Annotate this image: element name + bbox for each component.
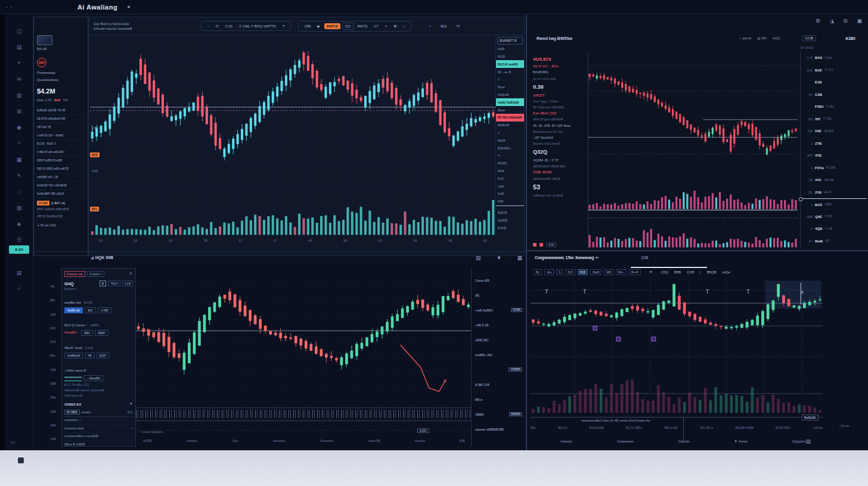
horizontal-divider-left[interactable]	[33, 251, 526, 252]
detail-header-tag[interactable]: C/CB	[802, 35, 816, 41]
order-button-secondary[interactable]: - ~BwwBA	[83, 375, 103, 381]
order-button-primary[interactable]: 5w8B ww	[64, 307, 83, 313]
toolbar-button[interactable]: C 51	[223, 23, 235, 29]
rail-icon[interactable]: ◫	[5, 23, 33, 39]
quote-row[interactable]: C-R B4G 73 B4	[803, 52, 867, 64]
rail-icon[interactable]: ▤	[5, 39, 33, 55]
toolbar-button[interactable]: ⟳	[213, 23, 221, 29]
watchlist-highlighted-row[interactable]: 17.B4 (1.B47 +4)	[37, 201, 85, 205]
list-filter-box[interactable]: B7 BBB	[64, 410, 80, 415]
flag-icon[interactable]: ⚐	[129, 272, 133, 276]
order-list-item[interactable]: wwwwwwwBwr s wwwB2B	[64, 433, 133, 441]
panel-header-icon[interactable]: ▣	[857, 18, 862, 24]
rail-icon[interactable]: ⊞	[5, 103, 33, 119]
compare-toolbar-button[interactable]: ≣w	[544, 269, 554, 275]
rail-icon[interactable]: ⌖	[5, 55, 33, 71]
section-menu-icon[interactable]: ⸪ ▼	[126, 402, 133, 406]
quote-row[interactable]: E1B	[803, 76, 867, 89]
lot-chip[interactable]: 4 (2wt) ↩	[87, 271, 104, 277]
compare-toolbar-button[interactable]: WB	[604, 269, 613, 275]
compare-toolbar-button[interactable]: 5±5	[565, 269, 575, 275]
toolbar-button[interactable]: CD	[342, 23, 354, 30]
watchlist-item-dim[interactable]: 4B5 B/ BwBBwB3B	[37, 213, 85, 220]
compare-candlestick-chart[interactable]: TTTT⇵	[531, 280, 823, 417]
rail-icon[interactable]: ⌗	[5, 135, 33, 151]
watchlist-item[interactable]: BBB 5wBB.B1wBB	[37, 157, 85, 165]
footer-item[interactable]: Awwws	[560, 440, 572, 443]
panel-header-icon[interactable]: ▼	[497, 255, 502, 261]
toolbar-button[interactable]: B21	[438, 23, 450, 29]
rail-icon[interactable]: ◉	[5, 119, 33, 135]
watchlist-item[interactable]: BdBwB wBr5B 7B 4B	[37, 107, 85, 115]
toolbar-button[interactable]: ≈	[383, 23, 389, 29]
compare-toolbar-text[interactable]: B5QB	[706, 270, 716, 274]
quote-row[interactable]: WJ X5! 77 4Z1	[803, 113, 867, 126]
watchlist-item[interactable]: 3B7wB 7B	[37, 123, 85, 132]
detail-candlestick-chart[interactable]	[588, 52, 798, 248]
rail-icon[interactable]: ▤	[5, 264, 33, 281]
order-list-item[interactable]: Gwwwws wlww ↩	[64, 425, 133, 434]
header-mid-item[interactable]: AOQ	[773, 36, 780, 40]
quote-row[interactable]: 3D? 47B	[803, 149, 867, 162]
watchlist-item[interactable]: 5B5 B 5BB.5wB9 wB7B	[37, 165, 85, 173]
order-button-secondary[interactable]: B8J	[85, 307, 96, 313]
title-caret-icon[interactable]: ◄	[126, 4, 131, 10]
footer-item[interactable]: 1wwwwws	[617, 440, 634, 443]
panel-header-icon[interactable]: ▤	[476, 255, 481, 261]
toolbar-button[interactable]: BWT.B	[324, 23, 340, 29]
quote-row[interactable]: 1 B1D 72BB	[803, 198, 867, 211]
compare-toolbar-button[interactable]: S	[556, 269, 563, 275]
order-button-secondary[interactable]: BBV	[81, 330, 93, 336]
rail-icon[interactable]: ◈	[5, 216, 33, 232]
quote-row[interactable]: PL C2B	[803, 89, 867, 101]
compare-toolbar-button[interactable]: B≔B	[629, 269, 641, 275]
rail-icon[interactable]: ▦	[5, 151, 33, 167]
taskbar-icon[interactable]	[18, 457, 24, 463]
toolbar-button[interactable]: ⌐	[401, 23, 408, 29]
live-badge[interactable]: B.B3	[9, 245, 29, 254]
compare-toolbar-text[interactable]: C5Q	[661, 270, 668, 274]
quote-row[interactable]: JI7 BwB 1B	[803, 235, 867, 248]
order-button-secondary[interactable]: 4B	[85, 353, 94, 359]
watchlist-item[interactable]: B21B - BwB 3'	[37, 140, 85, 148]
toolbar-button[interactable]: 8WTS	[355, 23, 370, 29]
order-button-tertiary[interactable]: B1B?	[97, 353, 110, 359]
watchlist-item[interactable]: 4-BB B7wB wB02B7'	[37, 148, 85, 157]
compare-toolbar-button[interactable]: B≡	[534, 269, 542, 275]
toolbar-button[interactable]: Ϻ	[454, 23, 462, 29]
order-button-tertiary[interactable]: BBB7	[95, 330, 108, 336]
watchlist-item[interactable]: 5B.B7B wBwBwB BB	[37, 115, 85, 123]
panel-header-icon[interactable]: ⚙	[816, 18, 820, 24]
quote-row[interactable]: 4 F57w B) Z2B	[803, 162, 867, 175]
toolbar-button[interactable]: >	[427, 23, 434, 29]
watchlist-item[interactable]: 5wBwBB7 BB wB1B	[37, 190, 85, 198]
footer-item[interactable]: ▼ 4wws	[734, 440, 748, 443]
order-tab[interactable]: TB1A	[108, 281, 120, 286]
rail-icon[interactable]: ✧	[5, 281, 33, 297]
quote-row[interactable]: 5G 21B wE 4)	[803, 186, 867, 199]
toolbar-button[interactable]: C88	[302, 23, 313, 29]
quote-row[interactable]: 1 Z7B	[803, 138, 867, 150]
toolbar-button[interactable]: ◔	[204, 23, 212, 29]
compare-toolbar-text[interactable]: B5B	[674, 270, 681, 274]
quote-row[interactable]: 2B A/G -5B 45E	[803, 174, 867, 186]
order-button-primary[interactable]: 4zwwB4 |	[64, 330, 79, 336]
panel-header-icon[interactable]: ◮	[830, 18, 834, 24]
compare-toolbar-button[interactable]: Bw~	[616, 269, 627, 275]
footer-item[interactable]: Cwwds	[678, 440, 689, 443]
vertical-divider[interactable]	[526, 14, 527, 450]
panel-header-icon[interactable]: ▦	[517, 255, 522, 261]
footer-grid-icon[interactable]: ▤	[805, 438, 811, 444]
rail-icon[interactable]: ✉	[5, 71, 33, 87]
footer-item[interactable]: 1Qgwws	[792, 440, 805, 443]
toolbar-button[interactable]: ▶	[315, 23, 323, 29]
compare-toolbar-button[interactable]: B≶B	[590, 269, 602, 275]
compare-toolbar-button[interactable]: B1B	[578, 269, 588, 275]
order-tab[interactable]: G	[100, 281, 107, 286]
order-list-item[interactable]: 5Bww B-7wBBB	[64, 441, 133, 450]
watchlist-item-dim[interactable]: BBB wwBwB wBBwB5B	[37, 205, 85, 213]
rail-icon[interactable]: ▧	[5, 200, 33, 216]
order-tab[interactable]: GLB	[122, 281, 133, 286]
quote-row[interactable]: F5B1 77 Bw	[803, 101, 867, 113]
quote-row[interactable]: 2 4QB 77 4B	[803, 223, 867, 235]
